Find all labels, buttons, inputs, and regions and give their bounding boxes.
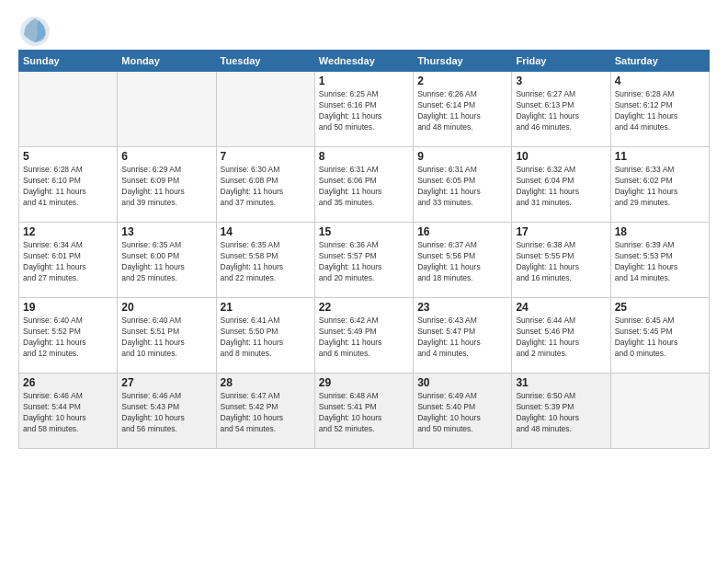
day-number: 24 bbox=[516, 301, 606, 314]
day-info: Sunrise: 6:30 AM Sunset: 6:08 PM Dayligh… bbox=[221, 165, 311, 209]
weekday-wednesday: Wednesday bbox=[314, 51, 413, 72]
calendar-cell: 11Sunrise: 6:33 AM Sunset: 6:02 PM Dayli… bbox=[610, 147, 709, 223]
day-info: Sunrise: 6:41 AM Sunset: 5:50 PM Dayligh… bbox=[221, 316, 311, 360]
calendar-cell: 1Sunrise: 6:25 AM Sunset: 6:16 PM Daylig… bbox=[314, 72, 413, 147]
day-number: 19 bbox=[23, 301, 113, 314]
day-number: 22 bbox=[319, 301, 409, 314]
calendar-cell bbox=[610, 373, 709, 449]
calendar-cell bbox=[19, 72, 118, 147]
calendar-cell: 12Sunrise: 6:34 AM Sunset: 6:01 PM Dayli… bbox=[19, 223, 118, 298]
day-info: Sunrise: 6:50 AM Sunset: 5:39 PM Dayligh… bbox=[516, 391, 606, 435]
day-number: 20 bbox=[121, 301, 211, 314]
day-number: 2 bbox=[417, 75, 507, 87]
week-row-4: 19Sunrise: 6:40 AM Sunset: 5:52 PM Dayli… bbox=[19, 298, 710, 373]
weekday-monday: Monday bbox=[118, 51, 216, 72]
day-info: Sunrise: 6:28 AM Sunset: 6:12 PM Dayligh… bbox=[615, 89, 705, 133]
day-number: 8 bbox=[319, 150, 409, 163]
calendar-cell: 17Sunrise: 6:38 AM Sunset: 5:55 PM Dayli… bbox=[512, 223, 610, 298]
day-info: Sunrise: 6:42 AM Sunset: 5:49 PM Dayligh… bbox=[319, 316, 409, 360]
day-info: Sunrise: 6:48 AM Sunset: 5:41 PM Dayligh… bbox=[319, 391, 409, 435]
calendar-cell: 3Sunrise: 6:27 AM Sunset: 6:13 PM Daylig… bbox=[512, 72, 610, 147]
day-number: 6 bbox=[121, 150, 211, 163]
day-number: 23 bbox=[417, 301, 507, 314]
weekday-thursday: Thursday bbox=[414, 51, 512, 72]
day-info: Sunrise: 6:40 AM Sunset: 5:51 PM Dayligh… bbox=[121, 316, 211, 360]
day-number: 10 bbox=[516, 150, 606, 163]
calendar-cell: 4Sunrise: 6:28 AM Sunset: 6:12 PM Daylig… bbox=[610, 72, 709, 147]
day-info: Sunrise: 6:36 AM Sunset: 5:57 PM Dayligh… bbox=[319, 240, 409, 284]
day-number: 15 bbox=[319, 225, 409, 238]
day-info: Sunrise: 6:46 AM Sunset: 5:43 PM Dayligh… bbox=[121, 391, 211, 435]
day-number: 16 bbox=[417, 225, 507, 238]
day-info: Sunrise: 6:47 AM Sunset: 5:42 PM Dayligh… bbox=[221, 391, 311, 435]
header bbox=[18, 15, 710, 44]
day-number: 31 bbox=[516, 376, 606, 389]
day-info: Sunrise: 6:31 AM Sunset: 6:05 PM Dayligh… bbox=[417, 165, 507, 209]
day-info: Sunrise: 6:26 AM Sunset: 6:14 PM Dayligh… bbox=[417, 89, 507, 133]
calendar-cell: 27Sunrise: 6:46 AM Sunset: 5:43 PM Dayli… bbox=[118, 373, 216, 449]
day-info: Sunrise: 6:28 AM Sunset: 6:10 PM Dayligh… bbox=[23, 165, 113, 209]
calendar-cell: 9Sunrise: 6:31 AM Sunset: 6:05 PM Daylig… bbox=[414, 147, 512, 223]
day-info: Sunrise: 6:49 AM Sunset: 5:40 PM Dayligh… bbox=[417, 391, 507, 435]
calendar-cell: 7Sunrise: 6:30 AM Sunset: 6:08 PM Daylig… bbox=[216, 147, 314, 223]
day-info: Sunrise: 6:32 AM Sunset: 6:04 PM Dayligh… bbox=[516, 165, 606, 209]
calendar-cell: 28Sunrise: 6:47 AM Sunset: 5:42 PM Dayli… bbox=[216, 373, 314, 449]
calendar-cell: 10Sunrise: 6:32 AM Sunset: 6:04 PM Dayli… bbox=[512, 147, 610, 223]
calendar-cell: 29Sunrise: 6:48 AM Sunset: 5:41 PM Dayli… bbox=[314, 373, 413, 449]
calendar-cell: 19Sunrise: 6:40 AM Sunset: 5:52 PM Dayli… bbox=[19, 298, 118, 373]
weekday-friday: Friday bbox=[512, 51, 610, 72]
calendar-container: SundayMondayTuesdayWednesdayThursdayFrid… bbox=[0, 0, 728, 563]
day-info: Sunrise: 6:45 AM Sunset: 5:45 PM Dayligh… bbox=[615, 316, 705, 360]
day-number: 28 bbox=[221, 376, 311, 389]
calendar-cell: 13Sunrise: 6:35 AM Sunset: 6:00 PM Dayli… bbox=[118, 223, 216, 298]
day-number: 9 bbox=[417, 150, 507, 163]
day-number: 30 bbox=[417, 376, 507, 389]
weekday-header-row: SundayMondayTuesdayWednesdayThursdayFrid… bbox=[19, 51, 710, 72]
week-row-1: 1Sunrise: 6:25 AM Sunset: 6:16 PM Daylig… bbox=[19, 72, 710, 147]
weekday-tuesday: Tuesday bbox=[216, 51, 314, 72]
day-number: 1 bbox=[319, 75, 409, 87]
day-number: 18 bbox=[615, 225, 705, 238]
week-row-3: 12Sunrise: 6:34 AM Sunset: 6:01 PM Dayli… bbox=[19, 223, 710, 298]
day-info: Sunrise: 6:46 AM Sunset: 5:44 PM Dayligh… bbox=[23, 391, 113, 435]
calendar-cell: 26Sunrise: 6:46 AM Sunset: 5:44 PM Dayli… bbox=[19, 373, 118, 449]
day-info: Sunrise: 6:27 AM Sunset: 6:13 PM Dayligh… bbox=[516, 89, 606, 133]
calendar-cell: 8Sunrise: 6:31 AM Sunset: 6:06 PM Daylig… bbox=[314, 147, 413, 223]
calendar-cell: 14Sunrise: 6:35 AM Sunset: 5:58 PM Dayli… bbox=[216, 223, 314, 298]
day-number: 4 bbox=[615, 75, 705, 87]
week-row-2: 5Sunrise: 6:28 AM Sunset: 6:10 PM Daylig… bbox=[19, 147, 710, 223]
day-number: 17 bbox=[516, 225, 606, 238]
calendar-cell bbox=[216, 72, 314, 147]
calendar-cell: 16Sunrise: 6:37 AM Sunset: 5:56 PM Dayli… bbox=[414, 223, 512, 298]
calendar-cell: 23Sunrise: 6:43 AM Sunset: 5:47 PM Dayli… bbox=[414, 298, 512, 373]
calendar-cell: 18Sunrise: 6:39 AM Sunset: 5:53 PM Dayli… bbox=[610, 223, 709, 298]
day-number: 12 bbox=[23, 225, 113, 238]
day-info: Sunrise: 6:37 AM Sunset: 5:56 PM Dayligh… bbox=[417, 240, 507, 284]
calendar-cell: 25Sunrise: 6:45 AM Sunset: 5:45 PM Dayli… bbox=[610, 298, 709, 373]
day-info: Sunrise: 6:33 AM Sunset: 6:02 PM Dayligh… bbox=[615, 165, 705, 209]
day-number: 25 bbox=[615, 301, 705, 314]
calendar-cell: 24Sunrise: 6:44 AM Sunset: 5:46 PM Dayli… bbox=[512, 298, 610, 373]
day-info: Sunrise: 6:35 AM Sunset: 5:58 PM Dayligh… bbox=[221, 240, 311, 284]
weekday-saturday: Saturday bbox=[610, 51, 709, 72]
calendar-table: SundayMondayTuesdayWednesdayThursdayFrid… bbox=[18, 50, 710, 449]
day-info: Sunrise: 6:39 AM Sunset: 5:53 PM Dayligh… bbox=[615, 240, 705, 284]
day-info: Sunrise: 6:35 AM Sunset: 6:00 PM Dayligh… bbox=[121, 240, 211, 284]
day-info: Sunrise: 6:44 AM Sunset: 5:46 PM Dayligh… bbox=[516, 316, 606, 360]
day-number: 21 bbox=[221, 301, 311, 314]
calendar-cell: 30Sunrise: 6:49 AM Sunset: 5:40 PM Dayli… bbox=[414, 373, 512, 449]
logo-icon bbox=[18, 15, 48, 44]
calendar-cell: 21Sunrise: 6:41 AM Sunset: 5:50 PM Dayli… bbox=[216, 298, 314, 373]
calendar-cell: 2Sunrise: 6:26 AM Sunset: 6:14 PM Daylig… bbox=[414, 72, 512, 147]
logo bbox=[18, 15, 51, 44]
day-info: Sunrise: 6:40 AM Sunset: 5:52 PM Dayligh… bbox=[23, 316, 113, 360]
calendar-cell: 5Sunrise: 6:28 AM Sunset: 6:10 PM Daylig… bbox=[19, 147, 118, 223]
calendar-cell: 15Sunrise: 6:36 AM Sunset: 5:57 PM Dayli… bbox=[314, 223, 413, 298]
day-number: 3 bbox=[516, 75, 606, 87]
calendar-cell: 22Sunrise: 6:42 AM Sunset: 5:49 PM Dayli… bbox=[314, 298, 413, 373]
day-info: Sunrise: 6:43 AM Sunset: 5:47 PM Dayligh… bbox=[417, 316, 507, 360]
day-info: Sunrise: 6:34 AM Sunset: 6:01 PM Dayligh… bbox=[23, 240, 113, 284]
weekday-sunday: Sunday bbox=[19, 51, 118, 72]
day-number: 14 bbox=[221, 225, 311, 238]
calendar-cell: 31Sunrise: 6:50 AM Sunset: 5:39 PM Dayli… bbox=[512, 373, 610, 449]
